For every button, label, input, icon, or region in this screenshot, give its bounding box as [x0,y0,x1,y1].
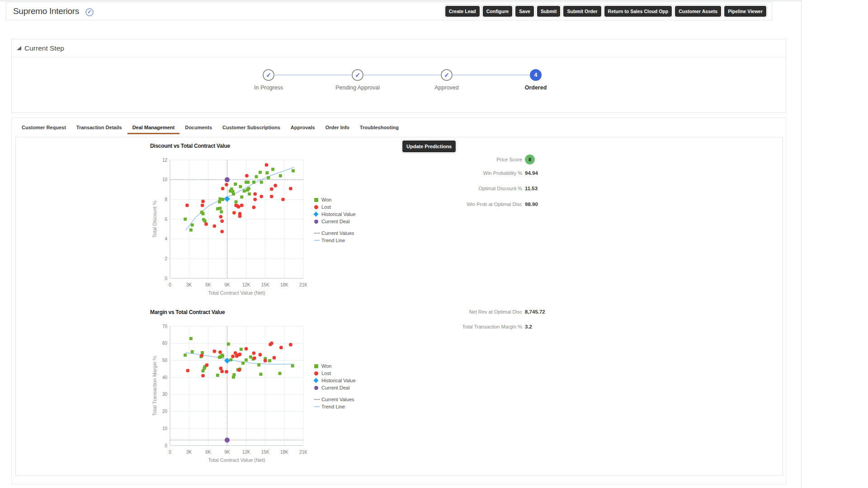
tab-deal-management[interactable]: Deal Management [127,125,180,134]
historical-value-legend-icon [314,212,320,216]
svg-text:10: 10 [162,426,168,431]
legend-label: Won [321,363,331,369]
step-ordered: 4Ordered [500,69,572,91]
stat-value: 98.90 [525,202,538,207]
legend-item-historical-value: Historical Value [314,211,356,218]
stat-win-prob-at-optimal-disc: Win Prob at Optimal Disc98.90 [332,202,604,207]
step-number-circle: 4 [530,69,542,81]
tab-approvals[interactable]: Approvals [286,125,320,134]
current-step-header[interactable]: Current Step [12,39,786,57]
svg-text:40: 40 [162,375,168,380]
svg-text:3K: 3K [186,282,192,287]
stat-label: Total Transaction Margin % [332,324,522,329]
step-label: Approved [410,84,483,91]
step-check-icon: ✓ [263,69,274,81]
won-legend-icon [314,198,320,202]
svg-text:Total Contract Value (Net): Total Contract Value (Net) [208,457,265,463]
legend-label: Historical Value [321,211,356,217]
svg-text:15K: 15K [261,282,269,287]
svg-text:6: 6 [165,217,167,222]
margin-chart: 03K6K9K12K15K18K21K010203040506070Total … [149,320,321,469]
won-legend-icon [314,364,320,368]
svg-text:6K: 6K [205,282,211,287]
svg-text:3K: 3K [186,450,192,455]
header-button-customer-assets[interactable]: Customer Assets [675,6,721,17]
stat-win-probability: Win Probability %94.94 [332,170,604,176]
stat-net-rev-at-optimal-disc: Net Rev at Optimal Disc8,745.72 [332,309,604,314]
svg-text:21K: 21K [299,450,307,455]
current-values-legend-icon [314,233,320,234]
page-title: Supremo Interiors [13,6,79,16]
svg-text:2: 2 [165,256,167,261]
header-button-submit-order[interactable]: Submit Order [563,6,601,17]
tab-customer-request[interactable]: Customer Request [17,125,71,134]
historical-value-legend-icon [314,379,320,382]
svg-text:70: 70 [162,324,168,329]
svg-text:21K: 21K [299,282,307,287]
header-button-return-to-sales-cloud-opp[interactable]: Return to Sales Cloud Opp [604,6,672,17]
legend-label: Won [321,197,331,202]
svg-text:50: 50 [162,358,168,363]
svg-text:Total Contract Value (Net): Total Contract Value (Net) [208,290,265,296]
legend-label: Current Values [321,397,354,402]
progress-stepper: ✓In Progress✓Pending Approval✓Approved4O… [269,69,558,96]
current-deal-legend-icon [314,386,320,390]
legend-item-trend-line: Trend Line [314,237,356,244]
header-button-configure[interactable]: Configure [483,6,513,17]
svg-text:12: 12 [162,158,168,163]
legend-item-current-deal: Current Deal [314,384,356,391]
collapse-triangle-icon[interactable] [17,46,21,50]
legend-item-current-values: Current Values [314,396,356,403]
update-predictions-button[interactable]: Update Predictions [402,141,456,152]
svg-text:Total Transaction Margin %: Total Transaction Margin % [152,356,157,416]
stat-label: Win Prob at Optimal Disc [332,202,522,207]
margin-chart-legend: WonLostHistorical ValueCurrent DealCurre… [314,362,356,410]
legend-item-current-values: Current Values [314,230,356,237]
stat-value: 11.53 [525,186,538,191]
stat-label: Price Score [332,157,522,162]
step-check-icon: ✓ [352,69,363,81]
discount-chart-title: Discount vs Total Contract Value [150,143,230,149]
tab-troubleshooting[interactable]: Troubleshooting [355,125,404,134]
current-step-title: Current Step [24,44,64,52]
svg-text:12K: 12K [242,282,250,287]
legend-label: Trend Line [321,404,345,409]
svg-text:15K: 15K [261,450,269,455]
legend-item-won: Won [314,362,356,370]
stat-value: 94.94 [525,170,538,176]
lost-legend-icon [314,205,320,209]
step-label: Pending Approval [321,84,394,91]
legend-label: Lost [321,371,331,376]
tab-order-info[interactable]: Order Info [321,125,354,134]
legend-item-lost: Lost [314,370,356,377]
current-deal-legend-icon [314,220,320,224]
svg-text:0: 0 [169,450,171,455]
legend-label: Historical Value [321,378,356,383]
header-button-pipeline-viewer[interactable]: Pipeline Viewer [724,6,766,17]
legend-label: Lost [321,204,331,210]
header-button-create-lead[interactable]: Create Lead [445,6,480,17]
current-step-panel: Current Step ✓In Progress✓Pending Approv… [11,39,786,113]
tab-customer-subscriptions[interactable]: Customer Subscriptions [217,125,285,134]
margin-chart-title: Margin vs Total Contract Value [150,309,225,315]
lost-legend-icon [314,371,320,375]
trend-line-legend-icon [314,240,320,241]
svg-text:30: 30 [162,392,168,397]
legend-item-trend-line: Trend Line [314,403,356,410]
deal-management-content: Discount vs Total Contract Value Update … [15,137,783,476]
tab-documents[interactable]: Documents [180,125,217,134]
svg-text:9K: 9K [224,450,230,455]
step-check-icon: ✓ [441,69,453,81]
svg-text:0: 0 [165,276,167,281]
current-values-legend-icon [314,399,320,400]
legend-label: Trend Line [321,238,345,243]
step-approved: ✓Approved [410,69,483,91]
header-actions: Create LeadConfigureSaveSubmitSubmit Ord… [445,6,766,17]
tab-transaction-details[interactable]: Transaction Details [71,125,127,134]
header-button-submit[interactable]: Submit [537,6,561,17]
header-button-save[interactable]: Save [515,6,534,17]
svg-text:0: 0 [169,282,171,287]
svg-text:10: 10 [162,177,168,182]
stat-label: Win Probability % [332,170,522,176]
step-pending-approval: ✓Pending Approval [321,69,394,91]
